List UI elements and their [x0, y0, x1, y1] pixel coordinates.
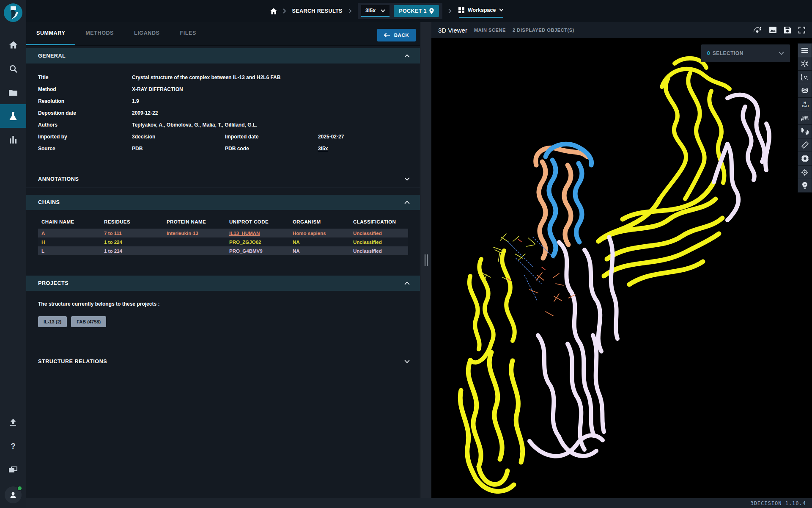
screenshot-icon[interactable] [754, 27, 762, 33]
svg-text:?: ? [11, 442, 16, 450]
chevron-up-icon [404, 282, 410, 285]
pocket-ligand-icon[interactable] [798, 71, 812, 84]
section-projects-header[interactable]: PROJECTS [26, 276, 420, 291]
cell-organism: NA [289, 248, 350, 254]
nav-upload[interactable] [0, 411, 26, 434]
flask-icon [9, 112, 17, 120]
viewer-canvas[interactable]: 0 SELECTION [431, 38, 812, 498]
chevron-right-icon [448, 8, 452, 14]
breadcrumb: SEARCH RESULTS 3l5x POCKET 1 [270, 3, 505, 19]
back-button[interactable]: BACK [377, 29, 416, 41]
panel-resizer[interactable] [420, 22, 431, 498]
workspace-label: Workspace [468, 7, 496, 13]
lightbulb-icon[interactable] [798, 179, 812, 192]
home-icon [9, 41, 17, 49]
structure-select[interactable]: 3l5x [361, 5, 390, 17]
cell-residues: 7 to 111 [101, 231, 163, 236]
location-pin-icon [429, 8, 434, 14]
table-row-chain-h[interactable]: H 1 to 224 PRO_ZGJO02 NA Unclassified [38, 237, 408, 246]
cell-classification: Unclassified [350, 240, 408, 245]
image-icon[interactable] [769, 27, 776, 33]
section-annotations-header[interactable]: ANNOTATIONS [26, 170, 420, 188]
breadcrumb-search-results[interactable]: SEARCH RESULTS [292, 8, 343, 14]
chains-table: CHAIN NAME RESIDUES PROTEIN NAME UNIPROT… [26, 210, 420, 265]
panel-scroll-area[interactable]: GENERAL TitleCrystal structure of the co… [26, 46, 420, 498]
cell-classification: Unclassified [350, 248, 408, 254]
nav-projects[interactable] [0, 80, 26, 104]
section-structure-relations-header[interactable]: STRUCTURE RELATIONS [26, 353, 420, 370]
field-value: 3decision [132, 134, 225, 140]
projects-body: The structure currently belongs to these… [26, 291, 420, 340]
column-header: CLASSIFICATION [350, 216, 408, 229]
field-label: Source [38, 146, 132, 152]
ligand-icon[interactable] [798, 57, 812, 70]
arrow-left-icon [384, 33, 390, 38]
nav-search[interactable] [0, 57, 26, 80]
selection-dropdown[interactable]: 0 SELECTION [701, 44, 790, 62]
selection-label: SELECTION [713, 50, 743, 56]
section-chains-header[interactable]: CHAINS [26, 195, 420, 210]
protein-ribbon-rendering [431, 38, 812, 498]
section-chains-title: CHAINS [38, 199, 60, 205]
surface-icon[interactable] [798, 111, 812, 124]
section-general-header[interactable]: GENERAL [26, 48, 420, 64]
pdb-code-link[interactable]: 3l5x [318, 146, 328, 152]
column-header: UNIPROT CODE [226, 216, 289, 229]
nav-screen-share[interactable] [0, 458, 26, 482]
field-value: X-RAY DIFFRACTION [132, 86, 183, 92]
save-icon[interactable] [784, 27, 791, 33]
nav-home[interactable] [0, 33, 26, 57]
topbar: SEARCH RESULTS 3l5x POCKET 1 [26, 0, 812, 22]
field-label: Title [38, 75, 132, 80]
table-row-chain-a[interactable]: A 7 to 111 Interleukin-13 IL13_HUMAN Hom… [38, 229, 408, 237]
field-label: Resolution [38, 98, 132, 104]
water-icon[interactable]: H O–H [798, 98, 812, 111]
screen-share-icon [9, 467, 17, 473]
home-icon [270, 8, 277, 14]
field-label: Imported date [225, 134, 318, 140]
field-value: 2009-12-22 [132, 110, 158, 116]
tab-summary[interactable]: SUMMARY [26, 22, 75, 45]
project-chip[interactable]: FAB (4758) [71, 316, 106, 327]
structure-code: 3l5x [365, 8, 376, 14]
ruler-icon[interactable] [798, 138, 812, 152]
nav-analytics[interactable] [0, 128, 26, 152]
field-label: PDB code [225, 146, 318, 152]
cell-protein-name: Interleukin-13 [163, 231, 226, 236]
center-target-icon[interactable] [798, 166, 812, 179]
breadcrumb-home[interactable] [270, 8, 277, 14]
cell-organism: Homo sapiens [289, 231, 350, 236]
field-value: 1.9 [132, 98, 139, 104]
pocket-button[interactable]: POCKET 1 [394, 5, 439, 17]
helix-icon[interactable] [798, 84, 812, 97]
contacts-icon[interactable] [798, 125, 812, 138]
tab-ligands[interactable]: LIGANDS [124, 22, 170, 45]
section-annotations-title: ANNOTATIONS [38, 176, 79, 182]
project-chip[interactable]: IL-13 (2) [38, 316, 67, 327]
field-label: Method [38, 86, 132, 92]
workspace-select[interactable]: Workspace [458, 5, 505, 18]
section-structure-relations-title: STRUCTURE RELATIONS [38, 359, 107, 364]
nav-user[interactable] [0, 482, 26, 508]
tab-methods[interactable]: METHODS [75, 22, 124, 45]
column-header: CHAIN NAME [38, 216, 101, 229]
left-nav-rail: ? [0, 0, 26, 508]
upload-icon [9, 419, 17, 426]
tab-files[interactable]: FILES [170, 22, 206, 45]
pocket-label: POCKET 1 [399, 8, 427, 14]
settings-icon[interactable] [798, 152, 812, 165]
table-row-chain-l[interactable]: L 1 to 214 PRO_G4BMV9 NA Unclassified [38, 246, 408, 255]
online-status-dot [17, 486, 22, 491]
cell-uniprot-link[interactable]: IL13_HUMAN [226, 231, 289, 236]
cell-uniprot-code: PRO_G4BMV9 [226, 248, 289, 254]
column-header: RESIDUES [101, 216, 163, 229]
viewer-side-toolbar: H O–H [798, 43, 812, 193]
fullscreen-icon[interactable] [798, 27, 805, 33]
structure-summary-panel: SUMMARY METHODS LIGANDS FILES BACK GENER… [26, 22, 420, 498]
menu-icon[interactable] [798, 44, 812, 57]
nav-help[interactable]: ? [0, 434, 26, 458]
chains-table-header: CHAIN NAME RESIDUES PROTEIN NAME UNIPROT… [38, 216, 408, 229]
app-logo[interactable] [4, 3, 22, 22]
nav-structures[interactable] [0, 104, 26, 128]
section-general-title: GENERAL [38, 53, 66, 59]
